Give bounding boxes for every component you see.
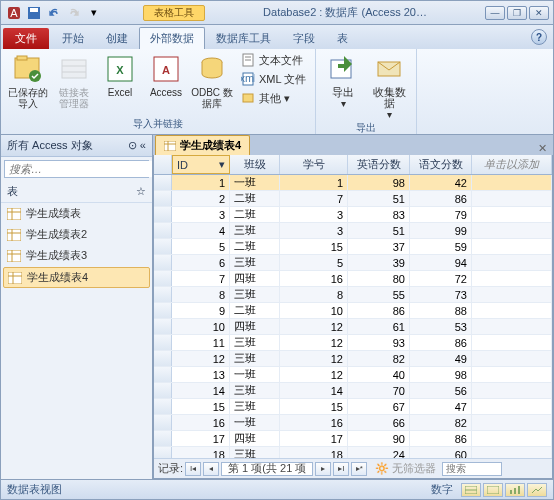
view-datasheet-button[interactable] [461, 483, 481, 497]
nav-new-button[interactable]: ▸* [351, 462, 367, 476]
link-manager-icon [58, 53, 90, 85]
table-row[interactable]: 6三班53994 [154, 255, 552, 271]
table-row[interactable]: 13一班124098 [154, 367, 552, 383]
select-all-cell[interactable] [154, 155, 172, 174]
nav-last-button[interactable]: ▸I [333, 462, 349, 476]
tab-create[interactable]: 创建 [95, 27, 139, 49]
grid-header: ID▾ 班级 学号 英语分数 语文分数 单击以添加 [154, 155, 552, 175]
access-button[interactable]: A Access [145, 51, 187, 98]
collect-icon [373, 53, 405, 85]
close-button[interactable]: ✕ [529, 6, 549, 20]
nav-collapse-icon[interactable]: ⊙ « [128, 139, 146, 152]
grid-body[interactable]: 1一班198422二班751863二班383794三班351995二班15375… [154, 175, 552, 458]
saved-imports-button[interactable]: 已保存的 导入 [7, 51, 49, 109]
search-input[interactable] [5, 161, 152, 177]
navigation-pane: 所有 Access 对象 ⊙ « 表☆ 学生成绩表学生成绩表2学生成绩表3学生成… [1, 135, 153, 479]
col-id[interactable]: ID▾ [172, 155, 230, 174]
table-row[interactable]: 15三班156747 [154, 399, 552, 415]
view-chart-button[interactable] [505, 483, 525, 497]
table-row[interactable]: 11三班129386 [154, 335, 552, 351]
odbc-button[interactable]: ODBC 数据库 [191, 51, 233, 109]
table-row[interactable]: 1一班19842 [154, 175, 552, 191]
nav-item-table[interactable]: 学生成绩表3 [1, 245, 152, 266]
svg-rect-31 [7, 250, 21, 262]
table-row[interactable]: 14三班147056 [154, 383, 552, 399]
nav-category-tables[interactable]: 表☆ [1, 181, 152, 203]
col-add[interactable]: 单击以添加 [472, 155, 552, 174]
table-row[interactable]: 3二班38379 [154, 207, 552, 223]
view-design-button[interactable] [527, 483, 547, 497]
collect-data-button[interactable]: 收集数据▾ [368, 51, 410, 120]
text-file-button[interactable]: 文本文件 [237, 51, 309, 69]
doc-close-icon[interactable]: ✕ [535, 141, 549, 155]
nav-next-button[interactable]: ▸ [315, 462, 331, 476]
app-icon[interactable]: A [5, 4, 23, 22]
window-title: Database2 : 数据库 (Access 20… [205, 5, 485, 20]
nav-first-button[interactable]: I◂ [185, 462, 201, 476]
svg-rect-44 [514, 488, 516, 494]
ribbon: 已保存的 导入 链接表 管理器 X Excel A Access ODBC 数据… [1, 49, 553, 135]
context-tab-label: 表格工具 [143, 5, 205, 21]
tab-fields[interactable]: 字段 [282, 27, 326, 49]
redo-icon[interactable] [65, 4, 83, 22]
other-button[interactable]: 其他 ▾ [237, 89, 309, 107]
quick-access-toolbar: A ▾ [5, 4, 103, 22]
undo-icon[interactable] [45, 4, 63, 22]
export-button[interactable]: 导出▾ [322, 51, 364, 109]
record-search-input[interactable] [442, 462, 502, 476]
table-row[interactable]: 8三班85573 [154, 287, 552, 303]
table-row[interactable]: 16一班166682 [154, 415, 552, 431]
svg-rect-25 [7, 208, 21, 220]
table-row[interactable]: 18三班182460 [154, 447, 552, 458]
tab-db-tools[interactable]: 数据库工具 [205, 27, 282, 49]
col-class[interactable]: 班级 [230, 155, 280, 174]
nav-prev-button[interactable]: ◂ [203, 462, 219, 476]
nav-item-table[interactable]: 学生成绩表4 [3, 267, 150, 288]
status-view: 数据表视图 [7, 482, 62, 497]
nav-item-table[interactable]: 学生成绩表2 [1, 224, 152, 245]
col-sno[interactable]: 学号 [280, 155, 348, 174]
nav-item-table[interactable]: 学生成绩表 [1, 203, 152, 224]
view-pivot-button[interactable] [483, 483, 503, 497]
svg-rect-3 [30, 8, 38, 12]
saved-imports-icon [12, 53, 44, 85]
table-row[interactable]: 17四班179086 [154, 431, 552, 447]
svg-text:xml: xml [241, 72, 255, 84]
table-row[interactable]: 10四班126153 [154, 319, 552, 335]
help-icon[interactable]: ? [531, 29, 547, 45]
svg-rect-5 [17, 56, 27, 60]
datasheet: ID▾ 班级 学号 英语分数 语文分数 单击以添加 1一班198422二班751… [153, 155, 553, 479]
tab-external-data[interactable]: 外部数据 [139, 27, 205, 49]
table-row[interactable]: 4三班35199 [154, 223, 552, 239]
excel-icon: X [104, 53, 136, 85]
table-row[interactable]: 5二班153759 [154, 239, 552, 255]
xml-file-button[interactable]: xmlXML 文件 [237, 70, 309, 88]
excel-button[interactable]: X Excel [99, 51, 141, 98]
save-icon[interactable] [25, 4, 43, 22]
ribbon-tabs: 文件 开始 创建 外部数据 数据库工具 字段 表 ? [1, 25, 553, 49]
svg-text:A: A [162, 64, 170, 76]
tab-home[interactable]: 开始 [51, 27, 95, 49]
table-row[interactable]: 9二班108688 [154, 303, 552, 319]
tab-file[interactable]: 文件 [3, 28, 49, 49]
col-chn[interactable]: 语文分数 [410, 155, 472, 174]
nav-position: 第 1 项(共 21 项 [221, 462, 313, 476]
qat-more-icon[interactable]: ▾ [85, 4, 103, 22]
odbc-icon [196, 53, 228, 85]
doc-tab-active[interactable]: 学生成绩表4 [155, 135, 250, 155]
nav-header[interactable]: 所有 Access 对象 ⊙ « [1, 135, 152, 157]
document-tabs: 学生成绩表4 ✕ [153, 135, 553, 155]
document-area: 学生成绩表4 ✕ ID▾ 班级 学号 英语分数 语文分数 单击以添加 1一班19… [153, 135, 553, 479]
export-icon [327, 53, 359, 85]
restore-button[interactable]: ❐ [507, 6, 527, 20]
table-row[interactable]: 2二班75186 [154, 191, 552, 207]
tab-table[interactable]: 表 [326, 27, 359, 49]
table-row[interactable]: 12三班128249 [154, 351, 552, 367]
minimize-button[interactable]: — [485, 6, 505, 20]
group-label-export: 导出 [322, 120, 410, 136]
link-manager-button[interactable]: 链接表 管理器 [53, 51, 95, 109]
table-row[interactable]: 7四班168072 [154, 271, 552, 287]
svg-rect-28 [7, 229, 21, 241]
access-icon: A [150, 53, 182, 85]
col-eng[interactable]: 英语分数 [348, 155, 410, 174]
